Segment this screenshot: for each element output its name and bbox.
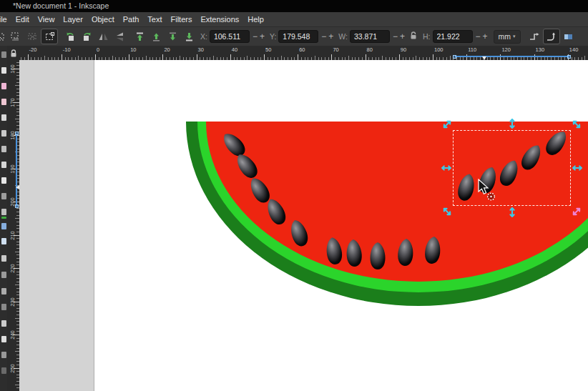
deselect-button[interactable] — [24, 29, 41, 44]
x-increment-button[interactable]: + — [260, 31, 265, 41]
tool-icon[interactable] — [1, 162, 6, 168]
y-decrement-button[interactable]: − — [321, 31, 326, 41]
raise-to-top-button[interactable] — [132, 29, 147, 44]
menu-item-view[interactable]: View — [34, 14, 59, 25]
y-input[interactable] — [278, 30, 318, 43]
tool-icon[interactable] — [1, 255, 6, 262]
h-increment-button[interactable]: + — [483, 31, 488, 41]
selection-box-icon — [44, 31, 55, 42]
tool-icon[interactable] — [1, 238, 6, 244]
rotate-handle-bl[interactable] — [441, 205, 454, 218]
ruler-tick — [433, 54, 433, 60]
menu-item-edit[interactable]: Edit — [11, 14, 34, 25]
tool-icon[interactable] — [1, 320, 6, 327]
ruler-label: 40 — [232, 46, 237, 53]
window-title: *New document 1 - Inkscape — [13, 1, 109, 10]
tool-icon[interactable] — [1, 304, 6, 310]
tool-icon[interactable] — [1, 209, 6, 215]
h-field-label: H: — [423, 32, 431, 41]
tool-icon[interactable] — [1, 99, 6, 105]
tool-icon[interactable] — [1, 288, 6, 295]
y-increment-button[interactable]: + — [328, 31, 333, 41]
move-gradients-icon — [563, 31, 574, 42]
menu-item-object[interactable]: Object — [87, 14, 119, 25]
menu-item-file[interactable]: File — [0, 14, 11, 25]
h-decrement-button[interactable]: − — [476, 31, 481, 41]
raise-to-top-icon — [134, 31, 145, 42]
menu-item-path[interactable]: Path — [119, 14, 144, 25]
ruler-label: 30 — [198, 46, 204, 53]
height-input[interactable] — [433, 30, 473, 43]
scale-corners-toggle[interactable] — [543, 29, 560, 44]
raise-button[interactable] — [149, 29, 164, 44]
tool-icon[interactable] — [1, 51, 6, 58]
x-decrement-button[interactable]: − — [253, 31, 258, 41]
flip-vertical-button[interactable] — [112, 29, 127, 44]
w-increment-button[interactable]: + — [400, 31, 405, 41]
tool-icon[interactable] — [1, 272, 6, 278]
tool-icon[interactable] — [1, 223, 6, 229]
ruler-tick — [197, 54, 197, 60]
selection-extent-indicator — [16, 134, 17, 207]
rotate-cw-button[interactable] — [79, 29, 94, 44]
arrow-cursor-icon — [479, 179, 488, 194]
tool-icon[interactable] — [1, 193, 6, 199]
tool-icon[interactable] — [1, 114, 6, 121]
lock-ratio-toggle[interactable] — [409, 30, 418, 43]
scale-handle-bottom[interactable] — [506, 206, 519, 219]
flip-horizontal-button[interactable] — [96, 29, 111, 44]
scale-stroke-toggle[interactable] — [526, 29, 543, 44]
rotate-ccw-icon — [65, 31, 76, 42]
y-field-label: Y: — [270, 32, 276, 41]
tool-icon[interactable] — [1, 67, 6, 74]
width-input[interactable] — [350, 30, 390, 43]
lock-open-icon — [409, 31, 418, 40]
rotate-handle-tr[interactable] — [570, 118, 583, 131]
x-input[interactable] — [210, 30, 250, 43]
tool-icon[interactable] — [1, 83, 6, 89]
menu-item-text[interactable]: Text — [143, 14, 166, 25]
vertical-ruler[interactable]: 160170180190200210220230240250 — [7, 60, 19, 391]
rotate-handle-br[interactable] — [570, 205, 583, 218]
lower-button[interactable] — [165, 29, 180, 44]
tool-icon[interactable] — [1, 217, 6, 219]
scale-handle-left[interactable] — [440, 162, 453, 174]
selection-rectangle[interactable] — [453, 130, 571, 206]
toggle-selection-box-button[interactable] — [41, 29, 58, 44]
raise-icon — [151, 31, 162, 42]
ruler-label: 100 — [434, 46, 444, 53]
lower-to-bottom-button[interactable] — [182, 29, 197, 44]
rotate-handle-tl[interactable] — [441, 118, 454, 131]
select-all-icon[interactable] — [0, 29, 6, 44]
menu-item-filters[interactable]: Filters — [167, 14, 197, 25]
scale-handle-right[interactable] — [571, 162, 584, 174]
tool-icon[interactable] — [1, 177, 6, 184]
canvas[interactable] — [19, 60, 588, 391]
tool-icon[interactable] — [1, 352, 6, 358]
watermelon-drawing — [19, 60, 588, 391]
ruler-label: 240 — [9, 329, 16, 342]
select-all-layers-icon — [10, 31, 21, 42]
menu-item-extensions[interactable]: Extensions — [196, 14, 243, 25]
horizontal-ruler[interactable]: -20-100102030405060708090100110120130140 — [19, 46, 588, 60]
guide-lock-toggle[interactable] — [7, 46, 19, 60]
tool-icon[interactable] — [1, 336, 6, 342]
selection-extent-cap — [15, 204, 19, 208]
units-dropdown[interactable]: mm ▾ — [494, 30, 521, 44]
tool-icon[interactable] — [1, 146, 6, 152]
ruler-tick — [95, 54, 96, 60]
select-all-layers-button[interactable] — [6, 29, 24, 44]
move-gradients-toggle[interactable] — [560, 29, 577, 44]
menu-item-help[interactable]: Help — [243, 14, 268, 25]
menu-item-layer[interactable]: Layer — [59, 14, 87, 25]
w-decrement-button[interactable]: − — [393, 31, 398, 41]
ruler-tick — [230, 54, 231, 60]
scale-handle-top[interactable] — [506, 117, 519, 130]
ruler-label: 120 — [501, 46, 511, 53]
ruler-label: 170 — [9, 96, 16, 109]
rotate-ccw-button[interactable] — [63, 29, 78, 44]
ruler-tick — [129, 54, 129, 60]
tool-icon[interactable] — [1, 130, 6, 137]
tool-icon[interactable] — [1, 367, 6, 374]
ruler-label: 20 — [164, 46, 170, 53]
